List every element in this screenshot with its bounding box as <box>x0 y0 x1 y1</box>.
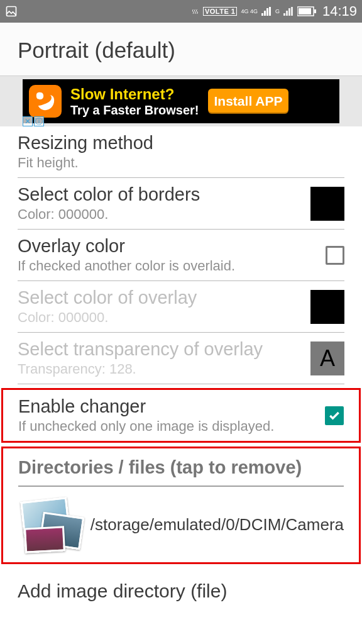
directories-heading: Directories / files (tap to remove) <box>18 453 344 487</box>
volte-badge: VOLTE 1 <box>203 7 238 16</box>
highlighted-enable-changer: Enable changer If unchecked only one ima… <box>1 388 361 443</box>
setting-enable-changer[interactable]: Enable changer If unchecked only one ima… <box>3 390 359 441</box>
battery-icon <box>297 6 316 16</box>
svg-rect-0 <box>7 7 16 16</box>
ad-info-icon[interactable]: ⓘ <box>34 116 44 126</box>
setting-resizing-method[interactable]: Resizing method Fit height. <box>18 126 344 178</box>
check-icon <box>328 409 341 422</box>
setting-title: Select transparency of overlay <box>18 339 310 360</box>
net-g: G <box>275 9 280 14</box>
highlighted-directories: Directories / files (tap to remove) /sto… <box>1 447 361 564</box>
ad-cta-button[interactable]: Install APP <box>208 89 289 114</box>
nfc-icon: ᯾ <box>191 7 199 16</box>
add-image-directory[interactable]: Add image directory (file) <box>0 568 362 602</box>
page-title: Portrait (default) <box>0 23 362 76</box>
color-swatch[interactable] <box>310 187 344 221</box>
svg-rect-3 <box>314 9 316 13</box>
ad-headline: Slow Internet? <box>70 86 199 103</box>
svg-rect-2 <box>299 8 311 14</box>
alpha-swatch: A <box>310 341 344 375</box>
folder-thumbnail <box>18 497 79 553</box>
net-4g: 4G 4G <box>241 9 258 14</box>
signal-1-icon <box>261 7 272 16</box>
setting-title: Enable changer <box>18 396 325 417</box>
signal-2-icon <box>283 7 293 16</box>
setting-sub: If checked another color is overlaid. <box>18 258 326 274</box>
color-swatch <box>310 290 344 324</box>
setting-overlay-transparency: Select transparency of overlay Transpare… <box>18 333 344 384</box>
ad-banner[interactable]: Slow Internet? Try a Faster Browser! Ins… <box>0 76 362 126</box>
setting-title: Overlay color <box>18 236 326 257</box>
setting-overlay-color-toggle[interactable]: Overlay color If checked another color i… <box>18 230 344 281</box>
setting-sub: Transparency: 128. <box>18 361 310 377</box>
setting-title: Select color of borders <box>18 184 310 205</box>
directory-path: /storage/emulated/0/DCIM/Camera <box>90 514 344 536</box>
status-bar: ᯾ VOLTE 1 4G 4G G 14:19 <box>0 0 362 23</box>
checkbox-unchecked[interactable] <box>326 246 344 265</box>
checkbox-checked[interactable] <box>325 406 344 425</box>
setting-sub: Fit height. <box>18 155 344 171</box>
uc-browser-icon <box>29 85 62 118</box>
image-icon <box>5 5 18 18</box>
setting-border-color[interactable]: Select color of borders Color: 000000. <box>18 178 344 230</box>
setting-title: Resizing method <box>18 133 344 153</box>
setting-sub: Color: 000000. <box>18 206 310 223</box>
ad-close-icon[interactable]: ✕ <box>23 116 33 126</box>
setting-sub: If unchecked only one image is displayed… <box>18 418 325 435</box>
clock: 14:19 <box>322 3 357 19</box>
setting-sub: Color: 000000. <box>18 309 310 326</box>
setting-overlay-color: Select color of overlay Color: 000000. <box>18 281 344 333</box>
directory-item[interactable]: /storage/emulated/0/DCIM/Camera <box>18 497 344 553</box>
ad-subtext: Try a Faster Browser! <box>70 103 199 118</box>
setting-title: Select color of overlay <box>18 287 310 308</box>
